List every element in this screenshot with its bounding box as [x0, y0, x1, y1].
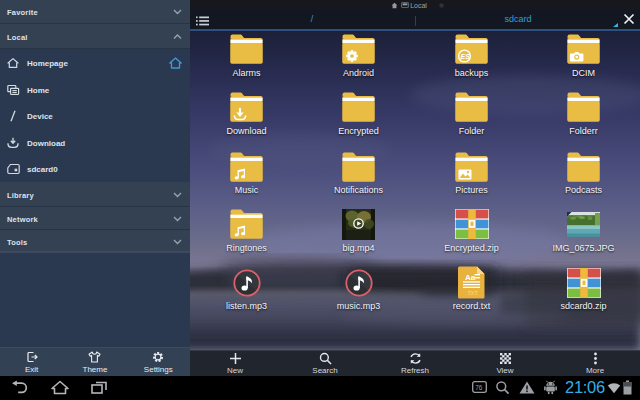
- svg-text:76: 76: [475, 384, 483, 391]
